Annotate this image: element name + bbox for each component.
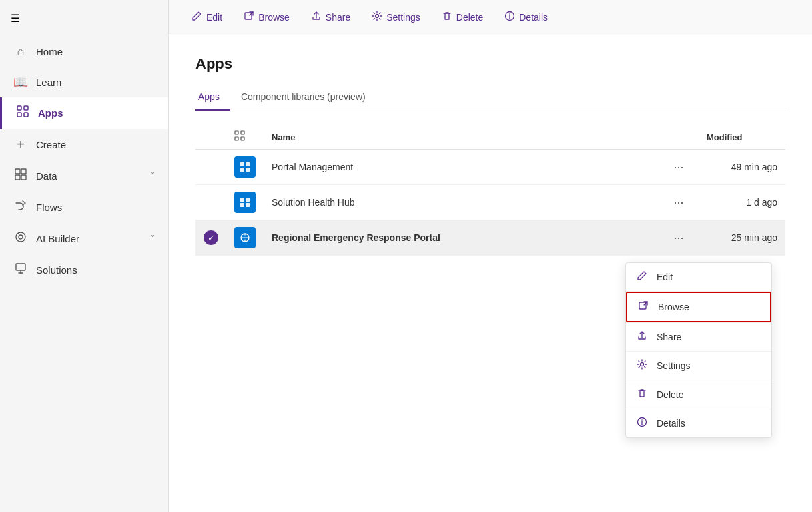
svg-rect-19 bbox=[240, 162, 244, 166]
tab-component-libraries[interactable]: Component libraries (preview) bbox=[238, 86, 376, 111]
ai-builder-chevron-icon: ˅ bbox=[151, 234, 155, 244]
context-details-icon bbox=[637, 417, 649, 430]
row-ellipsis-cell[interactable]: ··· bbox=[659, 150, 699, 185]
svg-rect-1 bbox=[24, 106, 28, 110]
toolbar-browse-button[interactable]: Browse bbox=[234, 7, 299, 28]
row-name-cell: Regional Emergency Response Portal bbox=[264, 220, 659, 256]
context-menu-details-label: Details bbox=[657, 418, 685, 429]
solutions-icon bbox=[13, 262, 28, 278]
svg-rect-23 bbox=[240, 198, 244, 202]
content-area: Apps Apps Component libraries (preview) bbox=[169, 35, 812, 512]
row-check-cell: ✓ bbox=[195, 220, 226, 256]
svg-rect-17 bbox=[235, 137, 238, 140]
svg-rect-21 bbox=[240, 168, 244, 172]
context-menu-edit[interactable]: Edit bbox=[626, 263, 771, 291]
svg-rect-16 bbox=[241, 131, 244, 134]
delete-icon bbox=[442, 11, 452, 24]
apps-table: Name Modified bbox=[195, 125, 785, 256]
tab-apps-label: Apps bbox=[198, 91, 220, 102]
svg-rect-2 bbox=[17, 113, 21, 117]
toolbar-settings-button[interactable]: Settings bbox=[362, 7, 430, 28]
svg-rect-25 bbox=[240, 203, 244, 207]
svg-point-14 bbox=[509, 13, 510, 15]
data-chevron-icon: ˅ bbox=[151, 172, 155, 181]
context-menu-details[interactable]: Details bbox=[626, 409, 771, 437]
hamburger-icon: ☰ bbox=[11, 13, 20, 24]
app-icon bbox=[234, 156, 256, 178]
row-name-cell: Portal Management bbox=[264, 150, 659, 185]
sidebar-item-flows[interactable]: Flows bbox=[0, 192, 168, 223]
sidebar-item-apps[interactable]: Apps bbox=[0, 97, 168, 129]
sidebar-item-label: Create bbox=[36, 139, 66, 150]
table-row[interactable]: Solution Health Hub ··· 1 d ago bbox=[195, 185, 785, 220]
home-icon: ⌂ bbox=[13, 45, 28, 59]
row-context-menu-button[interactable]: ··· bbox=[668, 159, 689, 176]
context-share-icon bbox=[637, 330, 649, 344]
col-modified-header: Modified bbox=[699, 125, 785, 150]
settings-icon bbox=[372, 11, 382, 24]
toolbar-share-button[interactable]: Share bbox=[302, 7, 360, 28]
context-menu-settings[interactable]: Settings bbox=[626, 352, 771, 380]
context-menu-browse-label: Browse bbox=[658, 302, 689, 312]
sidebar-item-home[interactable]: ⌂ Home bbox=[0, 37, 168, 67]
svg-point-12 bbox=[376, 15, 379, 18]
col-icon-header bbox=[226, 125, 264, 150]
sidebar-item-data[interactable]: Data ˅ bbox=[0, 160, 168, 192]
context-menu-delete[interactable]: Delete bbox=[626, 380, 771, 409]
row-context-menu-button[interactable]: ··· bbox=[668, 194, 689, 211]
row-icon-cell bbox=[226, 150, 264, 185]
toolbar-delete-button[interactable]: Delete bbox=[432, 7, 492, 28]
svg-rect-4 bbox=[15, 169, 20, 174]
sidebar-item-learn[interactable]: 📖 Learn bbox=[0, 67, 168, 97]
row-check-cell bbox=[195, 185, 226, 220]
apps-icon bbox=[15, 105, 30, 121]
col-check-header bbox=[195, 125, 226, 150]
svg-rect-24 bbox=[246, 198, 250, 202]
page-title: Apps bbox=[195, 55, 785, 73]
create-icon: + bbox=[13, 137, 28, 152]
svg-rect-15 bbox=[235, 131, 238, 134]
svg-point-9 bbox=[19, 235, 23, 239]
sidebar-item-create[interactable]: + Create bbox=[0, 129, 168, 160]
learn-icon: 📖 bbox=[13, 75, 28, 89]
row-modified-cell: 1 d ago bbox=[699, 185, 785, 220]
svg-rect-0 bbox=[17, 106, 21, 110]
sidebar-item-solutions[interactable]: Solutions bbox=[0, 254, 168, 286]
tab-component-libraries-label: Component libraries (preview) bbox=[241, 91, 366, 102]
table-row[interactable]: ✓ Regional Emergency Response Portal bbox=[195, 220, 785, 256]
sidebar-item-label: Home bbox=[36, 46, 63, 57]
details-icon bbox=[504, 11, 515, 24]
row-context-menu-button[interactable]: ··· bbox=[668, 230, 689, 246]
sidebar-item-label: Apps bbox=[38, 107, 63, 119]
context-menu-share[interactable]: Share bbox=[626, 323, 771, 351]
context-menu-edit-label: Edit bbox=[657, 272, 673, 282]
svg-rect-18 bbox=[241, 137, 244, 140]
context-browse-icon bbox=[638, 300, 650, 314]
sidebar-item-ai-builder[interactable]: AI Builder ˅ bbox=[0, 223, 168, 254]
toolbar-details-button[interactable]: Details bbox=[495, 7, 557, 28]
table-grid-icon bbox=[234, 130, 245, 144]
flows-icon bbox=[13, 200, 28, 215]
table-row[interactable]: Portal Management ··· 49 min ago bbox=[195, 150, 785, 185]
sidebar: ☰ ⌂ Home 📖 Learn Apps + Create bbox=[0, 0, 169, 512]
toolbar-edit-label: Edit bbox=[206, 12, 222, 23]
context-menu-browse[interactable]: Browse bbox=[626, 292, 771, 322]
row-ellipsis-cell[interactable]: ··· bbox=[659, 185, 699, 220]
row-icon-cell bbox=[226, 185, 264, 220]
app-icon bbox=[234, 192, 256, 213]
svg-rect-11 bbox=[245, 13, 252, 19]
toolbar-details-label: Details bbox=[519, 12, 548, 23]
edit-icon bbox=[191, 11, 202, 24]
toolbar-edit-button[interactable]: Edit bbox=[182, 7, 232, 28]
sidebar-item-label: Data bbox=[36, 170, 57, 182]
row-ellipsis-cell[interactable]: ··· bbox=[659, 220, 699, 256]
col-name-header: Name bbox=[264, 125, 659, 150]
row-check-cell bbox=[195, 150, 226, 185]
tab-apps[interactable]: Apps bbox=[195, 86, 230, 111]
col-ellipsis-header bbox=[659, 125, 699, 150]
hamburger-menu[interactable]: ☰ bbox=[0, 0, 168, 37]
ai-builder-icon bbox=[13, 231, 28, 246]
context-delete-icon bbox=[637, 388, 649, 401]
data-icon bbox=[13, 168, 28, 184]
sidebar-item-label: AI Builder bbox=[36, 233, 79, 244]
